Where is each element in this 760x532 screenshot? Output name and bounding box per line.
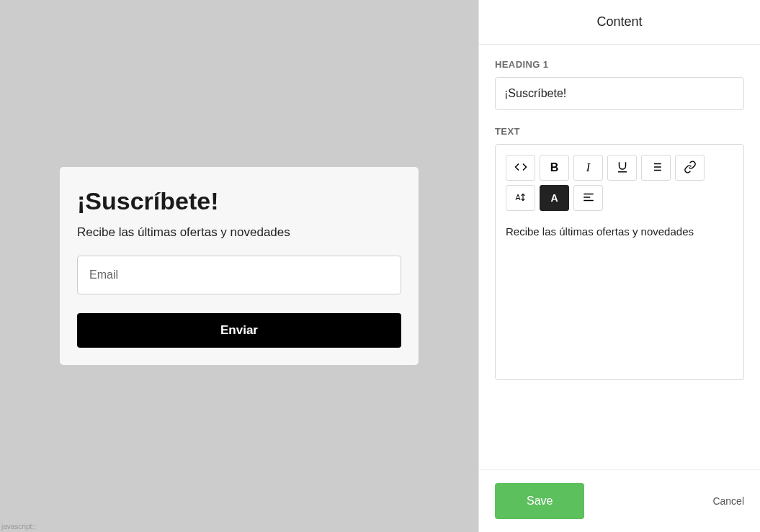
font-size-icon: A: [514, 191, 527, 206]
sidebar-body: HEADING 1 TEXT B I: [479, 45, 760, 469]
italic-button[interactable]: I: [573, 155, 603, 181]
font-color-button[interactable]: A: [540, 185, 569, 211]
link-icon: [684, 161, 697, 176]
status-tip: javascript:;: [0, 521, 37, 532]
underline-icon: [616, 161, 629, 176]
preview-area: ¡Suscríbete! Recibe las últimas ofertas …: [0, 0, 479, 532]
email-field[interactable]: [77, 256, 401, 294]
sidebar-footer: Save Cancel: [479, 469, 760, 532]
italic-icon: I: [586, 161, 590, 174]
editor-content[interactable]: Recibe las últimas ofertas y novedades: [506, 225, 733, 369]
subscribe-text: Recibe las últimas ofertas y novedades: [77, 225, 401, 240]
list-button[interactable]: [641, 155, 671, 181]
bold-button[interactable]: B: [540, 155, 569, 181]
sidebar-title: Content: [479, 0, 760, 45]
text-label: TEXT: [495, 126, 744, 137]
svg-text:A: A: [515, 192, 520, 201]
bold-icon: B: [550, 161, 559, 174]
subscribe-card: ¡Suscríbete! Recibe las últimas ofertas …: [60, 167, 419, 365]
editor-toolbar: B I: [506, 155, 733, 211]
editor-sidebar: Content HEADING 1 TEXT B I: [479, 0, 760, 532]
link-button[interactable]: [675, 155, 705, 181]
align-button[interactable]: [573, 185, 603, 211]
font-size-button[interactable]: A: [506, 185, 535, 211]
code-button[interactable]: [506, 155, 535, 181]
code-icon: [514, 161, 527, 176]
heading-input[interactable]: [495, 77, 744, 110]
heading-label: HEADING 1: [495, 59, 744, 70]
list-icon: [650, 161, 663, 176]
subscribe-heading: ¡Suscríbete!: [77, 187, 401, 215]
text-editor: B I: [495, 144, 744, 380]
align-icon: [582, 191, 595, 206]
submit-button[interactable]: Enviar: [77, 313, 401, 348]
cancel-button[interactable]: Cancel: [712, 495, 744, 507]
font-color-icon: A: [550, 192, 558, 204]
save-button[interactable]: Save: [495, 483, 584, 519]
underline-button[interactable]: [607, 155, 637, 181]
